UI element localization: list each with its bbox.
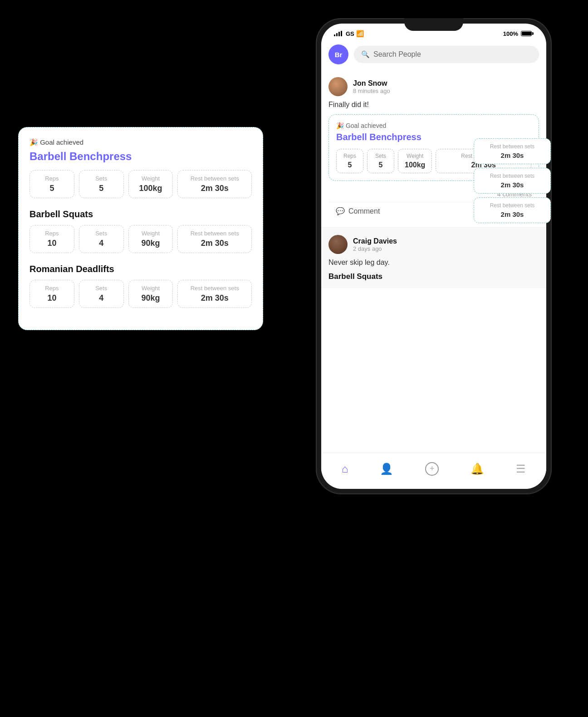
right-card-1: Rest between sets 2m 30s (474, 138, 551, 164)
floating-sets-benchpress: Sets 5 (79, 170, 124, 198)
floating-reps-val: 5 (49, 184, 54, 193)
floating-weight-deadlifts: Weight 90kg (128, 280, 173, 308)
signal-bars (334, 31, 342, 36)
search-icon: 🔍 (361, 50, 370, 59)
home-icon: ⌂ (342, 463, 348, 475)
floating-rest-squats: Rest between sets 2m 30s (177, 225, 252, 253)
right-card-2-value: 2m 30s (481, 181, 543, 189)
post-username-2: Craig Davies (353, 237, 397, 245)
floating-sets-deadlifts: Sets 4 (79, 280, 124, 308)
floating-squats-title: Barbell Squats (29, 209, 252, 219)
post-header-1: Jon Snow 8 minutes ago (328, 77, 539, 96)
phone-screen: GS 📶 100% Br 🔍 Search People (321, 24, 546, 489)
avatar-initials: Br (335, 51, 343, 59)
right-card-1-label: Rest between sets (481, 143, 543, 150)
nav-home[interactable]: ⌂ (334, 459, 356, 479)
comment-label: Comment (348, 207, 380, 215)
status-left: GS 📶 (334, 30, 364, 37)
phone-header: Br 🔍 Search People (321, 41, 546, 70)
floating-weight-squats: Weight 90kg (128, 225, 173, 253)
benchpress-weight: Weight 100kg (398, 149, 432, 173)
post-username-1: Jon Snow (353, 79, 390, 88)
floating-sets-val: 5 (99, 184, 103, 193)
post-text-2: Never skip leg day. (328, 259, 539, 267)
floating-weight-label: Weight (142, 175, 160, 182)
reps-label: Reps (343, 153, 356, 159)
feed-content: Jon Snow 8 minutes ago Finally did it! 🎉… (321, 70, 546, 454)
right-overlay-cards: Rest between sets 2m 30s Rest between se… (474, 138, 551, 223)
weight-value: 100kg (405, 161, 425, 169)
search-bar[interactable]: 🔍 Search People (354, 46, 539, 63)
floating-deadlifts-section: Romanian Deadlifts Reps 10 Sets 4 Weight… (29, 264, 252, 308)
right-card-2-label: Rest between sets (481, 173, 543, 179)
nav-profile[interactable]: 👤 (372, 459, 401, 479)
post-card-2: Craig Davies 2 days ago Never skip leg d… (321, 228, 546, 288)
floating-sets-squats: Sets 4 (79, 225, 124, 253)
person-icon: 👤 (380, 463, 393, 475)
reps-value: 5 (348, 161, 352, 169)
post-text-1: Finally did it! (328, 101, 539, 109)
floating-workout-card: 🎉 Goal achieved Barbell Benchpress Reps … (18, 127, 263, 330)
post-header-2: Craig Davies 2 days ago (328, 235, 539, 254)
right-card-3-value: 2m 30s (481, 210, 543, 218)
floating-reps-squats: Reps 10 (29, 225, 74, 253)
user-avatar[interactable]: Br (328, 44, 348, 64)
floating-rest-val: 2m 30s (201, 184, 229, 193)
floating-squats-section: Barbell Squats Reps 10 Sets 4 Weight 90k… (29, 209, 252, 253)
sets-label: Sets (375, 153, 386, 159)
search-placeholder: Search People (373, 50, 421, 59)
floating-rest-deadlifts: Rest between sets 2m 30s (177, 280, 252, 308)
plus-circle-icon: + (425, 462, 439, 476)
right-card-1-value: 2m 30s (481, 151, 543, 159)
floating-deadlifts-title: Romanian Deadlifts (29, 264, 252, 274)
post-meta-1: Jon Snow 8 minutes ago (353, 79, 390, 94)
nav-notifications[interactable]: 🔔 (463, 459, 491, 479)
signal-bar-2 (336, 33, 338, 36)
second-post-exercise: Barbell Squats (328, 272, 539, 281)
signal-bar-4 (341, 31, 342, 36)
post-time-1: 8 minutes ago (353, 88, 390, 94)
floating-benchpress-stats: Reps 5 Sets 5 Weight 100kg Rest between … (29, 170, 252, 198)
status-right: 100% (503, 30, 534, 37)
floating-reps-deadlifts: Reps 10 (29, 280, 74, 308)
floating-weight-val: 100kg (139, 184, 162, 193)
sets-value: 5 (379, 161, 383, 169)
battery-indicator (521, 31, 534, 36)
floating-reps-benchpress: Reps 5 (29, 170, 74, 198)
phone-shell: GS 📶 100% Br 🔍 Search People (316, 18, 552, 494)
goal-badge: 🎉 Goal achieved (336, 122, 531, 129)
post-meta-2: Craig Davies 2 days ago (353, 237, 397, 252)
bell-icon: 🔔 (470, 463, 484, 475)
comment-icon: 💬 (336, 207, 345, 215)
post-time-2: 2 days ago (353, 245, 397, 252)
wifi-icon: 📶 (356, 30, 364, 37)
menu-icon: ☰ (516, 463, 526, 475)
floating-reps-label: Reps (45, 175, 59, 182)
nav-add[interactable]: + (418, 458, 446, 479)
right-card-2: Rest between sets 2m 30s (474, 168, 551, 194)
avatar-craig-davies (328, 235, 348, 254)
floating-rest-benchpress: Rest between sets 2m 30s (177, 170, 252, 198)
weight-label: Weight (407, 153, 423, 159)
floating-exercise-name: Barbell Benchpress (29, 150, 252, 163)
floating-squats-stats: Reps 10 Sets 4 Weight 90kg Rest between … (29, 225, 252, 253)
nav-menu[interactable]: ☰ (509, 459, 533, 479)
signal-bar-3 (338, 32, 340, 36)
benchpress-reps: Reps 5 (336, 149, 363, 173)
avatar-jon-snow (328, 77, 348, 96)
floating-deadlifts-stats: Reps 10 Sets 4 Weight 90kg Rest between … (29, 280, 252, 308)
signal-bar-1 (334, 34, 335, 36)
right-card-3: Rest between sets 2m 30s (474, 197, 551, 223)
floating-weight-benchpress: Weight 100kg (128, 170, 173, 198)
right-card-3-label: Rest between sets (481, 202, 543, 209)
floating-sets-label: Sets (95, 175, 107, 182)
bottom-nav: ⌂ 👤 + 🔔 ☰ (321, 453, 546, 489)
floating-rest-label: Rest between sets (191, 175, 239, 182)
floating-goal-badge: 🎉 Goal achieved (29, 138, 252, 146)
battery-percent: 100% (503, 30, 518, 37)
phone-notch (404, 18, 463, 31)
benchpress-sets: Sets 5 (367, 149, 394, 173)
carrier-text: GS (346, 30, 354, 37)
